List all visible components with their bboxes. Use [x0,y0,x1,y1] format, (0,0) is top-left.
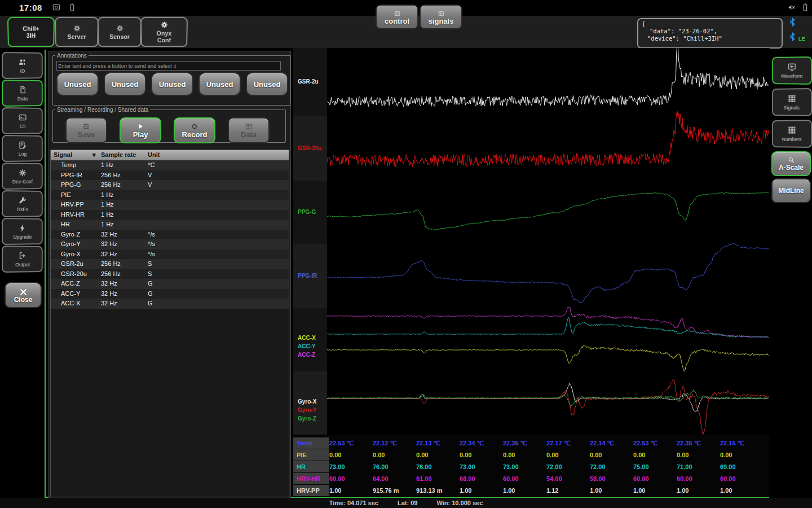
signal-row-acc-y[interactable]: ACC-Y32 HzG [51,289,289,299]
view-tab-numbers[interactable]: Numbers [772,120,812,148]
save-button[interactable]: Save [65,117,107,143]
signal-table-header[interactable]: Signal ▾ Sample rate Unit [51,150,289,160]
signal-row-hr[interactable]: HR1 Hz [51,220,289,230]
channel-label-acc-y[interactable]: ACC-Y [298,343,316,349]
signal-unit: S [148,260,152,267]
numbers-value: 61.00 [416,473,432,484]
signal-unit: °C [148,161,155,168]
signal-unit: G [148,280,153,287]
signal-rate: 32 Hz [101,290,117,297]
tab-onyx-conf[interactable]: Onyx Conf [140,17,188,47]
col-signal[interactable]: Signal [54,151,72,158]
channel-label-ppg-g[interactable]: PPG-G [298,209,316,215]
numbers-value: 0.00 [503,449,515,461]
cli-icon [18,113,27,123]
numbers-row-label[interactable]: HR [293,461,329,472]
annotation-button-1[interactable]: Unused [56,72,99,96]
annotation-button-5[interactable]: Unused [246,72,288,96]
signal-row-ppg-ir[interactable]: PPG-IR256 HzV [51,170,289,181]
numbers-value: 0.00 [373,449,385,461]
log-icon [18,141,27,151]
waveform-plot[interactable] [327,48,769,435]
button-label: Data [241,132,257,138]
signal-name: Gyro-Z [61,231,80,238]
signal-name: Gyro-X [61,251,81,257]
signal-row-gyro-x[interactable]: Gyro-X32 Hz°/s [51,249,289,260]
sidebar-item-log[interactable]: Log [2,135,43,162]
signal-row-hrv-pp[interactable]: HRV-PP1 Hz [51,200,289,210]
waveform-panel[interactable]: GSR-2uGSR-20uPPG-GPPG-IRACC-XACC-YACC-ZG… [293,48,770,497]
numbers-row-label[interactable]: HRV-PP [293,485,329,496]
numbers-value: 22.53 ℃ [633,437,657,449]
annotation-button-3[interactable]: Unused [151,72,193,96]
channel-band-2: PPG-G [293,181,327,244]
numbers-value: 71.00 [677,461,692,472]
record-button[interactable]: Record [174,117,215,143]
data-button[interactable]: Data [228,117,270,143]
sidebar-item-output[interactable]: Output [2,246,43,273]
plot-background [327,48,769,435]
channel-label-gyro-z[interactable]: Gyro-Z [298,415,316,422]
button-label: MidLine [778,188,804,194]
bluetooth-icon [787,17,797,29]
signal-row-gsr-2u[interactable]: GSR-2u256 HzS [51,259,289,269]
play-button[interactable]: Play [120,117,161,143]
channel-label-gyro-y[interactable]: Gyro-Y [298,407,316,413]
numbers-row-label[interactable]: PIE [293,449,329,461]
sidebar-item-rxfx[interactable]: RxFx [2,190,43,217]
sidebar-item-label: ID [20,68,25,73]
signal-row-acc-x[interactable]: ACC-X32 HzG [51,299,289,309]
close-button[interactable]: Close [5,282,42,308]
json-line-1: { [642,20,778,28]
sidebar-item-upgrade[interactable]: Upgrade [2,218,43,245]
signals-button[interactable]: signals [420,5,462,29]
sidebar-item-dev-conf[interactable]: Dev-Conf [2,163,43,190]
col-sample-rate[interactable]: Sample rate [101,151,136,158]
channel-label-acc-x[interactable]: ACC-X [298,335,316,341]
annotation-button-4[interactable]: Unused [198,72,241,96]
view-tab-signals[interactable]: Signals [772,88,812,116]
view-tab-waveform[interactable]: Waveform [772,56,812,85]
channel-label-gsr-20u[interactable]: GSR-20u [298,145,321,151]
numbers-row-label[interactable]: Temp [293,437,329,449]
signal-row-gyro-y[interactable]: Gyro-Y32 Hz°/s [51,239,289,249]
signal-rate: 1 Hz [101,191,114,198]
sidebar-item-id[interactable]: ID [2,52,43,79]
midline-button[interactable]: MidLine [771,178,811,203]
signal-row-pie[interactable]: PIE1 Hz [51,190,289,200]
signal-row-hrv-hr[interactable]: HRV-HR1 Hz [51,210,289,220]
a-scale-button[interactable]: A-Scale [771,151,811,176]
tab-sensor[interactable]: Sensor [98,17,142,47]
numbers-row-label[interactable]: HRV-HR [293,473,329,484]
signal-unit: °/s [148,231,155,238]
signal-rate: 1 Hz [101,211,114,218]
channel-band-1: GSR-20u [293,116,327,181]
signal-row-acc-z[interactable]: ACC-Z32 HzG [51,279,289,289]
control-button[interactable]: control [376,5,418,29]
channel-label-acc-z[interactable]: ACC-Z [298,352,315,358]
view-tab-label: Numbers [782,137,802,142]
numbers-row-hr: HR73.0076.0076.0073.0073.0072.0072.0075.… [293,461,770,473]
channel-label-gsr-2u[interactable]: GSR-2u [298,78,319,85]
channel-label-gyro-x[interactable]: Gyro-X [298,398,316,405]
sidebar-item-cli[interactable]: Cli [2,107,43,134]
signal-row-ppg-g[interactable]: PPG-G256 HzV [51,180,289,190]
numbers-value: 1.00 [720,485,732,496]
tab-chill-3ih[interactable]: Chill+ 3IH [7,17,55,47]
sidebar-item-data[interactable]: Data [2,80,43,107]
tab-server[interactable]: Server [55,17,99,47]
numbers-value: 915.76 m [373,485,399,496]
gear-icon [73,24,80,33]
signal-name: Gyro-Y [61,240,81,247]
col-unit[interactable]: Unit [148,151,160,158]
numbers-value: 0.00 [416,449,428,461]
footer-time: Time: 04.071 sec [329,500,378,506]
signal-row-gsr-20u[interactable]: GSR-20u256 HzS [51,269,289,279]
channel-label-ppg-ir[interactable]: PPG-IR [298,273,317,279]
bluetooth-le-label: LE [798,36,805,42]
signal-name: ACC-Z [61,280,80,287]
annotation-button-2[interactable]: Unused [104,72,146,96]
signal-row-temp[interactable]: Temp1 Hz°C [51,160,289,170]
annotation-input[interactable] [56,61,281,71]
signal-row-gyro-z[interactable]: Gyro-Z32 Hz°/s [51,230,289,240]
